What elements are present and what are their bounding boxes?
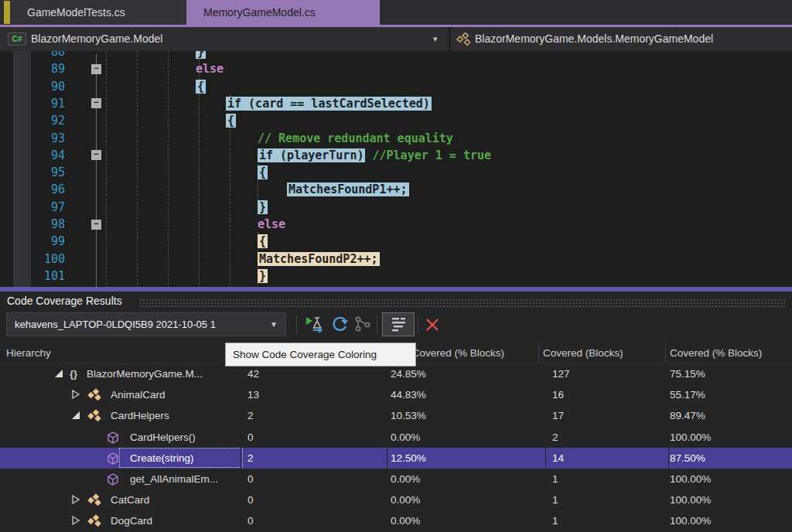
code-editor[interactable]: 88}−89else90{−91if (card == lastCardSele… xyxy=(0,51,792,287)
coverage-row-blazormemorygame-m-[interactable]: {}BlazorMemoryGame.M...4224.85%12775.15% xyxy=(0,363,792,384)
code-line[interactable]: 99{ xyxy=(0,233,792,250)
class-icon xyxy=(87,409,103,422)
line-number: 93 xyxy=(31,130,65,147)
coverage-row-cardhelpers[interactable]: CardHelpers210.53%1789.47% xyxy=(0,405,792,426)
line-number: 88 xyxy=(31,51,65,60)
coverage-covered-span: { xyxy=(226,114,236,128)
expanded-arrow-icon[interactable] xyxy=(54,369,63,378)
code-line[interactable]: 92{ xyxy=(0,112,792,129)
row-name: CardHelpers xyxy=(111,405,169,426)
row-value: 10.53% xyxy=(391,405,426,426)
code-line[interactable]: 88} xyxy=(0,51,792,60)
row-name: CatCard xyxy=(111,489,149,510)
coverage-covered-span: } xyxy=(196,51,206,59)
code-line[interactable]: 98else xyxy=(0,216,792,233)
code-text: else xyxy=(196,60,224,77)
code-line[interactable]: 89else xyxy=(0,60,792,77)
row-value: 0.00% xyxy=(391,427,420,448)
column-separator xyxy=(545,448,546,469)
code-text: } xyxy=(258,199,268,216)
code-line[interactable]: 101} xyxy=(0,268,792,285)
row-value: 55.17% xyxy=(670,384,705,405)
class-icon xyxy=(456,32,472,46)
code-line[interactable]: 91if (card == lastCardSelected) xyxy=(0,95,792,112)
remove-result-icon[interactable] xyxy=(424,316,441,333)
panel-drag-texture[interactable] xyxy=(139,298,786,308)
coverage-row-create-string-[interactable]: Create(string)212.50%1487.50% xyxy=(0,448,792,469)
code-coverage-results-panel: Code Coverage Results kehavens_LAPTOP-0L… xyxy=(0,292,792,532)
code-line[interactable]: 93// Remove redundant equality xyxy=(0,130,792,147)
row-name: Create(string) xyxy=(130,448,194,469)
line-number: 96 xyxy=(31,181,65,198)
coverage-covered-span: MatchesFoundP1++; xyxy=(287,182,409,196)
row-value: 1 xyxy=(552,489,558,510)
coverage-row-catcard[interactable]: CatCard00.00%1100.00% xyxy=(0,489,792,510)
project-dropdown[interactable]: BlazorMemoryGame.Model xyxy=(31,27,162,51)
column-header[interactable]: Covered (% Blocks) xyxy=(670,343,762,363)
code-text: { xyxy=(258,164,268,181)
code-text: } xyxy=(196,51,206,60)
coverage-run-label: kehavens_LAPTOP-0LDQI5B9 2021-10-05 1 xyxy=(15,319,216,330)
show-coverage-coloring-button[interactable] xyxy=(382,312,415,336)
expanded-arrow-icon[interactable] xyxy=(71,411,80,420)
coverage-not-covered-span: MatchesFoundP2++; xyxy=(258,252,380,266)
collapsed-arrow-icon[interactable] xyxy=(71,495,80,504)
row-value: 0 xyxy=(248,469,254,489)
line-number: 91 xyxy=(31,95,65,112)
collapsed-arrow-icon[interactable] xyxy=(71,390,80,399)
coverage-covered-span: { xyxy=(258,165,268,179)
class-icon xyxy=(87,514,103,527)
code-text: { xyxy=(258,233,268,250)
code-text: else xyxy=(258,216,285,233)
code-line[interactable]: 97} xyxy=(0,199,792,216)
instrument-session-icon[interactable] xyxy=(305,315,325,335)
code-text: { xyxy=(226,112,236,129)
line-number: 95 xyxy=(31,164,65,181)
chevron-down-icon[interactable]: ▾ xyxy=(433,27,438,51)
code-line[interactable]: 100MatchesFoundP2++; xyxy=(0,251,792,268)
row-value: 0.00% xyxy=(391,510,420,531)
column-resize-handle[interactable] xyxy=(538,343,539,363)
coverage-row-dogcard[interactable]: DogCard00.00%1100.00% xyxy=(0,510,792,531)
coverage-row-animalcard[interactable]: AnimalCard1344.83%1655.17% xyxy=(0,384,792,405)
coverage-row-cardhelpers-[interactable]: CardHelpers()00.00%2100.00% xyxy=(0,427,792,448)
coverage-covered-span: { xyxy=(196,80,206,94)
import-results-icon[interactable] xyxy=(329,315,350,335)
coverage-row-get-allanimalem-[interactable]: get_AllAnimalEm...00.00%1100.00% xyxy=(0,469,792,489)
type-dropdown[interactable]: BlazorMemoryGame.Models.MemoryGameModel xyxy=(475,27,713,51)
export-results-icon[interactable] xyxy=(353,315,373,335)
row-value: 1 xyxy=(552,469,558,489)
line-number: 94 xyxy=(31,147,65,164)
line-number: 99 xyxy=(31,233,65,250)
code-text: if (card == lastCardSelected) xyxy=(226,95,432,112)
line-number: 89 xyxy=(31,60,65,77)
show-coverage-coloring-icon xyxy=(383,313,414,336)
column-resize-handle[interactable] xyxy=(665,343,666,363)
code-line[interactable]: 90{ xyxy=(0,78,792,95)
code-text: } xyxy=(258,268,268,285)
code-text: MatchesFoundP1++; xyxy=(287,181,409,198)
namespace-icon: {} xyxy=(70,363,77,384)
column-header[interactable]: Covered (Blocks) xyxy=(543,343,623,363)
code-line[interactable]: 94if (playerTurn) //Player 1 = true xyxy=(0,147,792,164)
row-value: 2 xyxy=(248,448,254,469)
row-name: BlazorMemoryGame.M... xyxy=(87,363,203,384)
tab-memorygamemodel[interactable]: MemoryGameModel.cs xyxy=(186,0,380,25)
coverage-run-selector[interactable]: kehavens_LAPTOP-0LDQI5B9 2021-10-05 1 ▼ xyxy=(6,312,286,336)
row-value: 127 xyxy=(552,363,570,384)
row-value: 89.47% xyxy=(670,405,705,426)
toolbar-separator xyxy=(377,315,377,334)
code-line[interactable]: 96MatchesFoundP1++; xyxy=(0,181,792,198)
tab-gamemodeltests[interactable]: GameModelTests.cs xyxy=(10,0,185,25)
method-icon xyxy=(107,452,119,465)
line-number: 100 xyxy=(31,251,65,268)
code-line[interactable]: 95{ xyxy=(0,164,792,181)
class-icon xyxy=(87,493,103,506)
column-separator xyxy=(387,448,387,469)
line-number: 101 xyxy=(31,268,65,285)
code-span xyxy=(365,148,372,162)
collapsed-arrow-icon[interactable] xyxy=(71,516,80,525)
code-span: else xyxy=(258,217,285,231)
row-value: 100.00% xyxy=(670,510,711,531)
column-header[interactable]: Hierarchy xyxy=(6,343,51,363)
